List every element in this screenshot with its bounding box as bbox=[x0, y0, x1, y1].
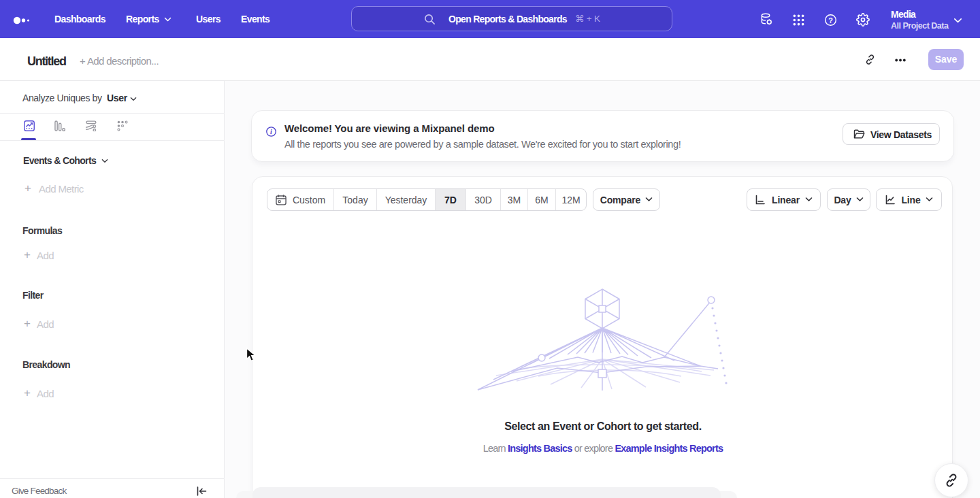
svg-text:i: i bbox=[270, 128, 272, 135]
svg-text:?: ? bbox=[828, 16, 833, 24]
